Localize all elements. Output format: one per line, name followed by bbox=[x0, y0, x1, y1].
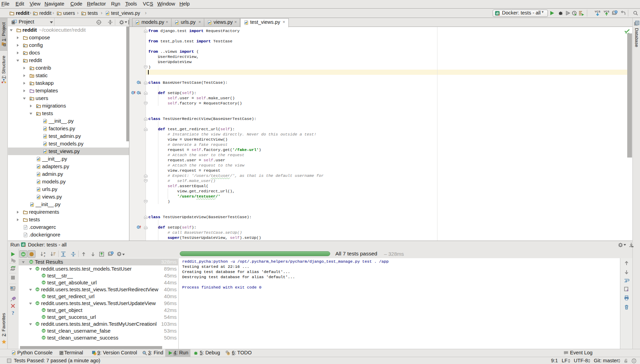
svg-text:?: ? bbox=[12, 310, 14, 316]
svg-text:VCS: VCS bbox=[595, 10, 601, 13]
svg-text:z: z bbox=[44, 254, 45, 257]
